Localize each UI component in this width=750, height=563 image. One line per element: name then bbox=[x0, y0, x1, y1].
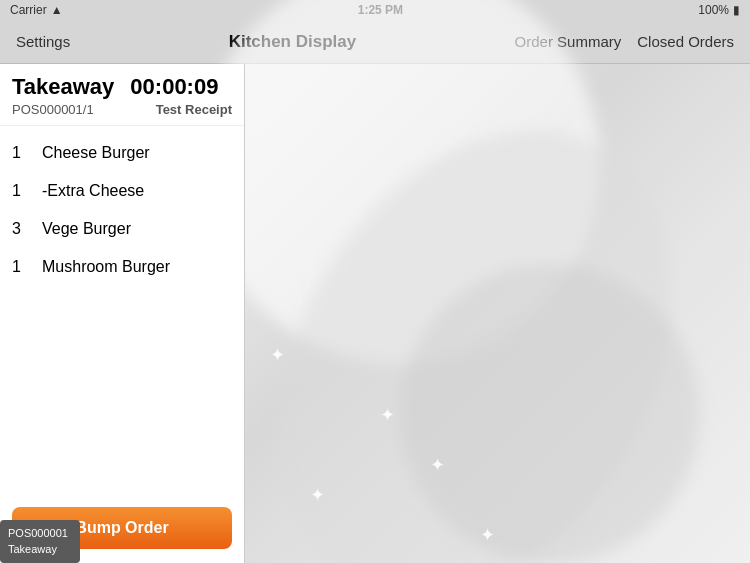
order-thumbnail[interactable]: POS000001 Takeaway bbox=[0, 520, 80, 563]
order-item: 1 Mushroom Burger bbox=[0, 248, 244, 286]
item-qty: 3 bbox=[12, 220, 28, 238]
battery-label: 100% bbox=[698, 3, 729, 17]
order-item: 1 -Extra Cheese bbox=[0, 172, 244, 210]
sparkle-4: ✦ bbox=[310, 484, 325, 506]
settings-button[interactable]: Settings bbox=[16, 33, 70, 50]
sparkle-2: ✦ bbox=[380, 404, 395, 426]
sparkle-1: ✦ bbox=[270, 344, 285, 366]
thumb-order-id: POS000001 bbox=[8, 526, 72, 541]
order-item: 3 Vege Burger bbox=[0, 210, 244, 248]
sparkle-3: ✦ bbox=[430, 454, 445, 476]
thumb-type: Takeaway bbox=[8, 542, 72, 557]
closed-orders-button[interactable]: Closed Orders bbox=[637, 33, 734, 50]
battery-icon: ▮ bbox=[733, 3, 740, 17]
sparkle-5: ✦ bbox=[480, 524, 495, 546]
item-qty: 1 bbox=[12, 144, 28, 162]
order-card: Takeaway 00:00:09 POS000001/1 Test Recei… bbox=[0, 64, 245, 563]
status-battery: 100% ▮ bbox=[698, 3, 740, 17]
order-receipt: Test Receipt bbox=[156, 102, 232, 117]
order-timer: 00:00:09 bbox=[130, 74, 218, 100]
item-qty: 1 bbox=[12, 258, 28, 276]
order-header: Takeaway 00:00:09 POS000001/1 Test Recei… bbox=[0, 64, 244, 126]
order-number: POS000001/1 bbox=[12, 102, 94, 117]
order-type: Takeaway bbox=[12, 74, 114, 100]
item-name: Mushroom Burger bbox=[42, 258, 170, 276]
wifi-icon: ▲ bbox=[51, 3, 63, 17]
carrier-label: Carrier bbox=[10, 3, 47, 17]
order-item: 1 Cheese Burger bbox=[0, 134, 244, 172]
status-carrier: Carrier ▲ bbox=[10, 3, 63, 17]
item-name: Vege Burger bbox=[42, 220, 131, 238]
main-area: ✦ ✦ ✦ ✦ ✦ Takeaway 00:00:09 POS000001/1 … bbox=[0, 64, 750, 563]
order-items-list: 1 Cheese Burger 1 -Extra Cheese 3 Vege B… bbox=[0, 126, 244, 499]
item-name: Cheese Burger bbox=[42, 144, 150, 162]
item-qty: 1 bbox=[12, 182, 28, 200]
item-name: -Extra Cheese bbox=[42, 182, 144, 200]
